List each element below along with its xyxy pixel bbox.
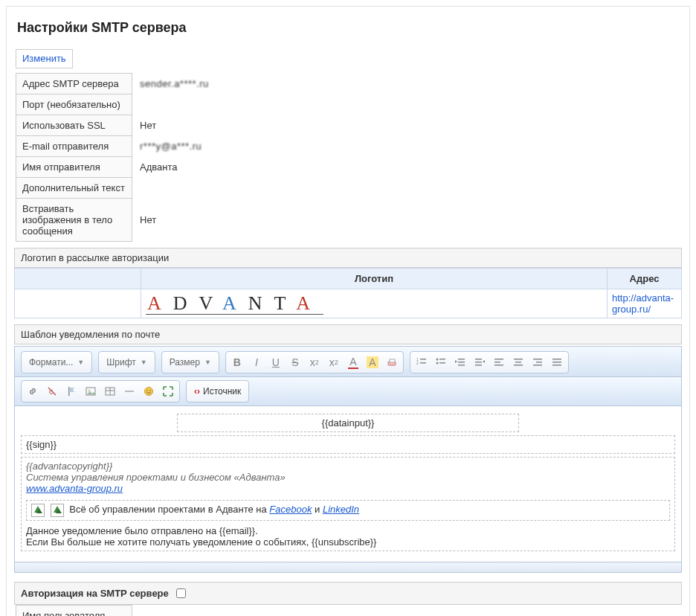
template-social-prefix: Всё об управлении проектами в Адванте на	[69, 504, 269, 515]
editor-toolbar-row2: ‹›Источник	[15, 377, 681, 406]
table-row: Порт (необязательно)	[16, 94, 217, 115]
svg-rect-10	[458, 359, 465, 360]
auth-enabled-checkbox[interactable]	[176, 588, 186, 598]
logo-image-cell: ADVANTA	[141, 289, 608, 318]
field-value-embed-images: Нет	[132, 199, 217, 242]
maximize-button[interactable]	[158, 382, 178, 400]
strike-button[interactable]: S	[286, 353, 305, 371]
underline-button[interactable]: U	[266, 353, 286, 371]
svg-rect-26	[533, 365, 542, 366]
svg-point-8	[436, 362, 438, 365]
svg-rect-37	[125, 391, 134, 392]
font-dropdown[interactable]: Шрифт▼	[100, 353, 152, 371]
svg-rect-12	[458, 365, 465, 366]
unlink-icon	[47, 386, 57, 397]
template-token-datainput: {{datainput}}	[177, 414, 519, 432]
svg-rect-22	[515, 362, 521, 363]
svg-rect-27	[552, 359, 561, 360]
editor-toolbar: Формати...▼ Шрифт▼ Размер▼ B I U S x2 x2…	[15, 347, 681, 377]
clear-format-button[interactable]	[382, 353, 402, 371]
field-label-sender-email: E-mail отправителя	[16, 136, 132, 157]
ordered-list-button[interactable]: 12	[412, 353, 431, 371]
italic-button[interactable]: I	[247, 353, 266, 371]
format-dropdown[interactable]: Формати...▼	[23, 353, 90, 371]
anchor-button[interactable]	[62, 382, 81, 400]
editor-content[interactable]: {{datainput}} {{sign}} {{advantacopyrigh…	[15, 406, 681, 562]
logo-col-logo: Логотип	[141, 269, 608, 289]
hr-button[interactable]	[120, 382, 139, 400]
page-title: Настройки SMTP сервера	[17, 20, 682, 36]
facebook-link[interactable]: Facebook	[269, 504, 312, 515]
toolbar-group-insert	[21, 380, 180, 402]
image-button[interactable]	[81, 382, 100, 400]
svg-point-38	[145, 388, 153, 396]
toolbar-group-size: Размер▼	[161, 351, 219, 373]
section-logo-title: Логотип в рассылке авторизации	[14, 248, 682, 268]
svg-point-40	[149, 390, 151, 391]
field-label-username: Имя пользователя	[16, 606, 132, 617]
align-center-icon	[513, 357, 523, 368]
logo-address-cell: http://advanta-group.ru/	[608, 289, 682, 318]
table-row: ADVANTA http://advanta-group.ru/	[15, 289, 682, 318]
svg-text:2: 2	[416, 361, 419, 365]
size-dropdown[interactable]: Размер▼	[164, 353, 217, 371]
template-system-line: Система управления проектами и бизнесом …	[26, 472, 670, 483]
table-row: Использовать SSL Нет	[16, 115, 217, 136]
link-button[interactable]	[23, 382, 42, 400]
align-justify-icon	[552, 357, 562, 368]
section-template-title: Шаблон уведомления по почте	[14, 324, 682, 344]
svg-rect-25	[536, 362, 542, 363]
svg-point-39	[146, 390, 148, 391]
text-color-button[interactable]: A	[344, 353, 363, 371]
bold-button[interactable]: B	[228, 353, 247, 371]
superscript-button[interactable]: x2	[324, 353, 344, 371]
template-site-link[interactable]: www.advanta-group.ru	[26, 483, 123, 494]
subscript-button[interactable]: x2	[305, 353, 324, 371]
field-label-smtp-address: Адрес SMTP сервера	[16, 74, 132, 94]
link-icon	[28, 386, 38, 397]
editor-resize-handle[interactable]	[15, 562, 681, 572]
advanta-wordmark: ADVANTA	[146, 291, 323, 315]
table-icon	[105, 386, 115, 397]
outdent-button[interactable]	[451, 353, 470, 371]
page-container: Настройки SMTP сервера Изменить Адрес SM…	[6, 6, 690, 616]
field-label-sender-name: Имя отправителя	[16, 157, 132, 178]
edit-button[interactable]: Изменить	[16, 49, 73, 68]
indent-icon	[474, 357, 485, 368]
hr-icon	[124, 386, 135, 397]
table-row: E-mail отправителя r***y@a***.ru	[16, 136, 217, 157]
align-left-button[interactable]	[489, 353, 509, 371]
svg-rect-7	[439, 359, 445, 360]
template-sent-to: Данное уведомление было отправлено на {{…	[26, 525, 670, 536]
eraser-icon	[387, 357, 397, 368]
field-value-smtp-address: sender.a****.ru	[132, 74, 217, 94]
field-label-extra-text: Дополнительный текст	[16, 178, 132, 199]
align-right-button[interactable]	[528, 353, 547, 371]
smiley-button[interactable]	[139, 382, 158, 400]
linkedin-image-icon	[51, 504, 64, 517]
svg-rect-18	[494, 359, 503, 360]
indent-button[interactable]	[470, 353, 489, 371]
unlink-button[interactable]	[42, 382, 62, 400]
svg-rect-9	[439, 362, 445, 364]
svg-rect-19	[494, 362, 500, 363]
table-row: Имя пользователя	[16, 606, 148, 617]
linkedin-link[interactable]: LinkedIn	[323, 504, 359, 515]
logo-address-link[interactable]: http://advanta-group.ru/	[612, 292, 674, 315]
logo-col-blank	[15, 269, 141, 289]
toolbar-group-lists: 12	[410, 351, 569, 373]
bg-color-button[interactable]: A	[363, 353, 382, 371]
template-social-row: Всё об управлении проектами в Адванте на…	[26, 500, 670, 521]
source-button[interactable]: ‹›Источник	[188, 382, 247, 400]
field-value-sender-name: Адванта	[132, 157, 217, 178]
unordered-list-button[interactable]	[431, 353, 451, 371]
auth-title-label: Авторизация на SMTP сервере	[21, 588, 169, 599]
table-button[interactable]	[100, 382, 120, 400]
svg-point-33	[88, 390, 91, 392]
align-justify-button[interactable]	[547, 353, 567, 371]
template-footer-block: {{advantacopyright}} Система управления …	[21, 457, 675, 551]
facebook-image-icon	[31, 504, 45, 517]
template-token-copyright: {{advantacopyright}}	[26, 461, 670, 472]
section-auth-title: Авторизация на SMTP сервере	[14, 582, 682, 605]
align-center-button[interactable]	[509, 353, 528, 371]
